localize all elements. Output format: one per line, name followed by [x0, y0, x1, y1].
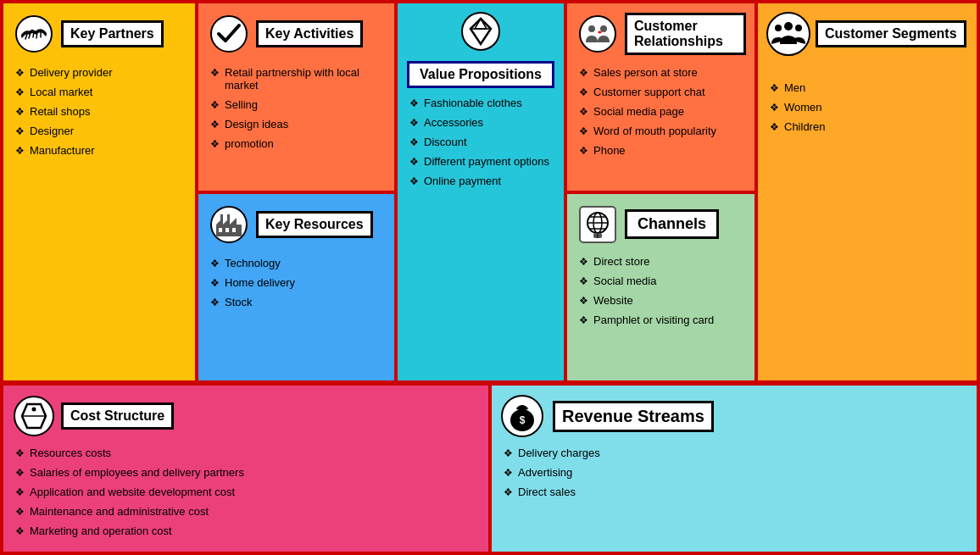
list-item: Retail partnership with local market	[210, 66, 386, 92]
list-item: Direct store	[579, 255, 746, 268]
svg-point-29	[775, 25, 782, 31]
list-item: Designer	[15, 125, 187, 137]
list-item: Delivery provider	[15, 66, 187, 79]
list-item: Selling	[210, 98, 386, 111]
channels-list: Direct store Social media Website Pamphl…	[576, 255, 746, 326]
customer-segments-header: Customer Segments	[766, 12, 968, 56]
list-item: Local market	[15, 86, 187, 98]
channels-header: Channels	[576, 203, 746, 247]
list-item: Delivery charges	[504, 447, 968, 459]
list-item: promotion	[210, 137, 386, 150]
key-resources-title-box: Key Resources	[256, 211, 373, 238]
revenue-streams-header: $ Revenue Streams	[500, 394, 968, 438]
customer-segments-cell: Customer Segments Men Women Children	[756, 2, 978, 382]
svg-point-27	[767, 13, 810, 55]
key-partners-list: Delivery provider Local market Retail sh…	[12, 66, 187, 157]
channels-title: Channels	[638, 215, 706, 232]
list-item: Marketing and operation cost	[15, 524, 480, 537]
list-item: Resources costs	[15, 447, 480, 459]
list-item: Pamphlet or visiting card	[579, 314, 746, 326]
list-item: Design ideas	[210, 118, 386, 130]
key-partners-cell: Key Partners Delivery provider Local mar…	[2, 2, 197, 382]
list-item: Discount	[409, 136, 555, 148]
svg-rect-11	[227, 214, 230, 221]
list-item: Direct sales	[504, 486, 968, 498]
svg-point-28	[784, 22, 793, 31]
svg-rect-8	[226, 228, 229, 232]
key-resources-cell: Key Resources Technology Home delivery S…	[197, 192, 396, 383]
revenue-streams-list: Delivery charges Advertising Direct sale…	[500, 447, 968, 498]
channels-cell: Channels Direct store Social media Websi…	[565, 192, 756, 383]
key-activities-cell: Key Activities Retail partnership with l…	[197, 2, 396, 192]
key-partners-title: Key Partners	[70, 26, 154, 41]
svg-rect-9	[232, 228, 236, 232]
list-item: Men	[770, 81, 968, 94]
customer-relationships-list: Sales person at store Customer support c…	[576, 66, 746, 157]
list-item: Customer support chat	[579, 86, 746, 98]
svg-point-17	[588, 25, 595, 32]
value-propositions-icon	[461, 12, 500, 58]
svg-rect-36	[519, 407, 526, 411]
list-item: Sales person at store	[579, 66, 746, 79]
cost-structure-title: Cost Structure	[70, 408, 164, 423]
list-item: Maintenance and administrative cost	[15, 505, 480, 518]
key-activities-title-box: Key Activities	[256, 20, 363, 47]
key-activities-list: Retail partnership with local market Sel…	[207, 66, 386, 150]
revenue-streams-title: Revenue Streams	[562, 407, 704, 425]
customer-relationships-cell: Customer Relationships Sales person at s…	[565, 2, 756, 192]
list-item: Home delivery	[210, 276, 386, 289]
revenue-streams-icon: $	[500, 394, 544, 438]
customer-segments-title: Customer Segments	[825, 26, 957, 41]
list-item: Manufacturer	[15, 144, 187, 157]
list-item: Children	[770, 120, 968, 133]
customer-segments-title-box: Customer Segments	[816, 20, 966, 47]
list-item: Online payment	[409, 175, 555, 187]
svg-point-16	[580, 16, 615, 52]
svg-text:$: $	[520, 414, 526, 426]
value-propositions-title: Value Propositions	[420, 67, 542, 81]
channels-icon	[576, 203, 620, 247]
list-item: Technology	[210, 257, 386, 269]
cost-structure-header: Cost Structure	[12, 394, 480, 438]
customer-segments-icon	[766, 12, 810, 56]
svg-point-18	[600, 25, 607, 32]
svg-rect-7	[219, 228, 222, 232]
list-item: Advertising	[504, 466, 968, 479]
cost-structure-cell: Cost Structure Resources costs Salaries …	[2, 384, 490, 553]
bottom-section: Cost Structure Resources costs Salaries …	[2, 384, 978, 553]
svg-point-33	[32, 408, 36, 412]
top-section: Key Partners Delivery provider Local mar…	[2, 2, 978, 384]
key-activities-header: Key Activities	[207, 12, 386, 56]
list-item: Accessories	[409, 116, 555, 129]
key-resources-header: Key Resources	[207, 203, 386, 247]
customer-relationships-icon	[576, 12, 620, 56]
list-item: Application and website development cost	[15, 486, 480, 498]
key-resources-icon	[207, 203, 251, 247]
value-propositions-header: Value Propositions	[406, 12, 555, 88]
list-item: Fashionable clothes	[409, 97, 555, 109]
value-propositions-cell: Value Propositions Fashionable clothes A…	[396, 2, 565, 382]
key-partners-header: Key Partners	[12, 12, 187, 56]
activities-resources-column: Key Activities Retail partnership with l…	[197, 2, 396, 382]
key-resources-list: Technology Home delivery Stock	[207, 257, 386, 308]
customer-segments-list: Men Women Children	[766, 81, 968, 133]
canvas: Key Partners Delivery provider Local mar…	[0, 0, 980, 555]
list-item: Word of mouth popularity	[579, 125, 746, 137]
channels-title-box: Channels	[625, 209, 719, 239]
key-partners-icon	[12, 12, 56, 56]
list-item: Salaries of employees and delivery partn…	[15, 466, 480, 479]
list-item: Retail shops	[15, 105, 187, 118]
list-item: Women	[770, 101, 968, 114]
list-item: Different payment options	[409, 155, 555, 168]
cr-channels-column: Customer Relationships Sales person at s…	[565, 2, 756, 382]
svg-point-1	[211, 16, 247, 52]
list-item: Phone	[579, 144, 746, 157]
revenue-streams-cell: $ Revenue Streams Delivery charges Adver…	[490, 384, 978, 553]
cost-structure-icon	[12, 394, 56, 438]
key-partners-title-box: Key Partners	[61, 20, 164, 47]
key-activities-icon	[207, 12, 251, 56]
value-propositions-list: Fashionable clothes Accessories Discount…	[406, 97, 555, 187]
value-propositions-title-box: Value Propositions	[407, 61, 554, 88]
svg-rect-10	[220, 214, 223, 221]
customer-relationships-title: Customer Relationships	[634, 19, 723, 48]
